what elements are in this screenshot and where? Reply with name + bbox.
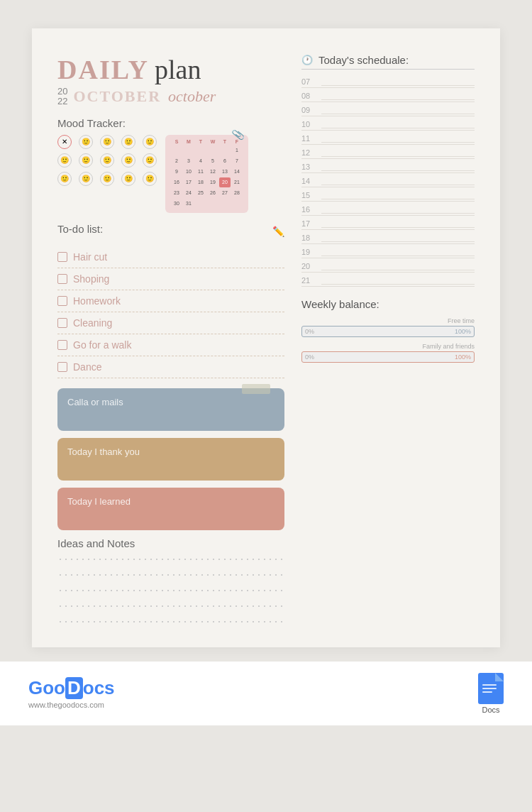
todo-item-4[interactable]: Cleaning [57,312,284,334]
todo-item-5[interactable]: Go for a walk [57,334,284,356]
time-label-12: 12 [301,148,317,157]
cal-day: 13 [219,167,231,177]
ideas-label: Ideas and Notes [57,537,284,549]
todo-section: To-do list: ✏️ Hair cut Shoping Homework [57,223,284,378]
checkbox-1[interactable] [57,252,67,262]
cal-day: 16 [171,177,182,187]
note-calls-label: Calla or mails [67,397,123,407]
note-box-learned[interactable]: Today I learned [57,488,284,530]
time-label-08: 08 [301,92,317,100]
docs-label: Docs [482,706,499,714]
time-row-08: 08 [301,88,475,102]
mood-circle[interactable]: 🙂 [100,172,114,186]
mood-circle[interactable]: 🙂 [121,153,135,168]
mood-circle[interactable]: 🙂 [100,153,114,168]
cal-day: 1 [231,146,243,155]
plan-text: plan [155,54,201,85]
cal-day: 10 [183,167,194,177]
cal-day: 4 [195,156,206,166]
schedule-rows: 07 08 09 10 [301,74,475,287]
mood-area: ✕ 🙂 🙂 🙂 🙂 🙂 🙂 🙂 🙂 🙂 🙂 🙂 [57,135,284,213]
time-label-15: 15 [301,191,317,199]
logo-goo: Goo [28,677,65,698]
time-row-15: 15 [301,187,475,202]
time-row-21: 21 [301,273,475,287]
cal-day: 7 [231,156,243,166]
cal-day: 2 [171,156,182,166]
mood-circle[interactable]: 🙂 [100,135,114,149]
ideas-section: Ideas and Notes [57,537,284,626]
checkbox-2[interactable] [57,274,67,284]
mood-circle[interactable]: 🙂 [143,172,157,186]
footer: GooDocs www.thegoodocs.com Docs [0,662,532,725]
svg-rect-3 [482,688,497,689]
docs-icon-svg [478,673,504,704]
note-thank-label: Today I thank you [67,446,140,457]
todo-label: To-do list: [57,223,103,235]
mood-circle[interactable]: 🙂 [79,135,93,149]
todo-item-3[interactable]: Homework [57,290,284,312]
mood-circle[interactable]: ✕ [57,135,72,149]
docs-icon-container: Docs [478,673,504,714]
cal-day: 25 [195,188,206,198]
todo-item-2[interactable]: Shoping [57,268,284,290]
time-row-17: 17 [301,216,475,230]
note-box-thank[interactable]: Today I thank you [57,438,284,481]
time-row-18: 18 [301,230,475,244]
logo-url: www.thegoodocs.com [28,701,115,709]
daily-text: DAILY [57,54,149,85]
todo-item-6[interactable]: Dance [57,356,284,378]
mood-circle[interactable]: 🙂 [121,172,135,186]
time-line [321,284,475,285]
mini-calendar: 📎 SMTWTF 1 2 3 [165,135,248,213]
year-block: 20 22 [57,87,67,107]
time-row-20: 20 [301,258,475,273]
balance-row-family: Family and friends 0% 100% [301,343,475,363]
time-line [321,170,475,171]
checkbox-6[interactable] [57,362,67,372]
checkbox-5[interactable] [57,340,67,350]
time-label-10: 10 [301,120,317,128]
mood-circle[interactable]: 🙂 [143,135,157,149]
mood-circle[interactable]: 🙂 [79,172,93,186]
cal-day [207,199,218,209]
cal-day [231,199,243,209]
time-line [321,114,475,114]
mood-circle[interactable]: 🙂 [79,153,93,168]
cal-day: 9 [171,167,182,177]
mood-circle[interactable]: 🙂 [57,153,72,168]
todo-item-label-6: Dance [73,361,101,373]
todo-item-1[interactable]: Hair cut [57,246,284,268]
cal-day [219,146,231,155]
checkbox-3[interactable] [57,296,67,306]
start-label: 0% [305,328,314,335]
checkbox-4[interactable] [57,318,67,328]
todo-header: To-do list: ✏️ [57,223,284,241]
cal-day [219,199,231,209]
weekly-balance-section: Weekly balance: Free time 0% 100% [301,298,475,363]
mood-circle[interactable]: 🙂 [143,153,157,168]
cal-day: 24 [183,188,194,198]
time-row-11: 11 [301,131,475,145]
time-line [321,128,475,128]
time-label-18: 18 [301,234,317,242]
free-time-header: Free time [301,317,475,324]
cal-day: 3 [183,156,194,166]
mood-circle[interactable]: 🙂 [121,135,135,149]
balance-row-free: Free time 0% 100% [301,317,475,337]
time-label-07: 07 [301,77,317,86]
right-column: 🕐 Today's scheduale: 07 08 09 [301,54,475,626]
cal-day: 5 [207,156,218,166]
cal-day: 26 [207,188,218,198]
month-lower: october [168,87,216,106]
calendar-grid: 1 2 3 4 5 6 7 9 10 11 12 13 14 [171,146,243,209]
time-label-09: 09 [301,106,317,114]
time-row-16: 16 [301,202,475,216]
start-label-2: 0% [305,353,314,361]
clip-icon: 📎 [231,128,245,141]
todo-item-label-1: Hair cut [73,251,107,263]
cal-day: 31 [183,199,194,209]
todo-item-label-2: Shoping [73,273,109,285]
note-box-calls[interactable]: Calla or mails [57,388,284,431]
mood-circle[interactable]: 🙂 [57,172,72,186]
